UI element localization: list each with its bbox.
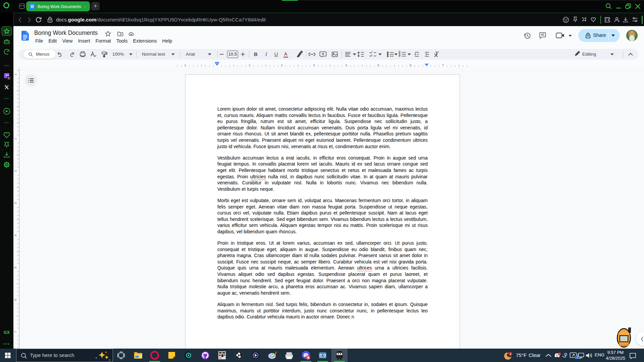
svg-text:7: 7 xyxy=(13,331,17,333)
svg-text:1: 1 xyxy=(13,73,17,75)
svg-text:3: 3 xyxy=(313,63,315,67)
svg-text:1: 1 xyxy=(510,352,512,356)
svg-text:1: 1 xyxy=(184,63,186,67)
svg-text:2: 2 xyxy=(13,170,17,172)
svg-text:5: 5 xyxy=(13,266,17,268)
svg-text:Pix: Pix xyxy=(219,357,222,359)
svg-text:6: 6 xyxy=(8,76,10,80)
svg-text:7: 7 xyxy=(442,63,444,67)
svg-text:6: 6 xyxy=(410,63,412,67)
svg-text:2: 2 xyxy=(281,63,283,67)
svg-text:3: 3 xyxy=(398,54,400,58)
svg-text:4: 4 xyxy=(345,63,347,67)
svg-text:4: 4 xyxy=(13,234,17,236)
svg-text:1: 1 xyxy=(249,63,251,67)
svg-text:1: 1 xyxy=(13,138,17,139)
svg-text:3: 3 xyxy=(13,202,17,204)
svg-text:5: 5 xyxy=(378,63,379,67)
svg-text:6: 6 xyxy=(13,299,17,300)
